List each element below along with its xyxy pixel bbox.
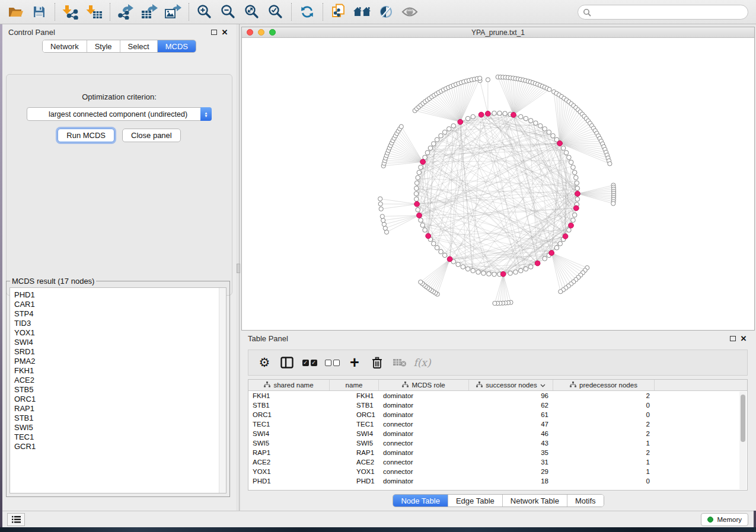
table-cell: dominator — [379, 391, 469, 400]
import-network-button[interactable] — [59, 2, 82, 22]
table-scrollbar-thumb[interactable] — [741, 395, 745, 442]
column-header-name[interactable]: name — [330, 380, 379, 390]
table-cell: 31 — [469, 457, 553, 467]
select-all-button[interactable]: ✓✓ — [298, 352, 321, 373]
mcds-result-item[interactable]: CAR1 — [14, 300, 226, 309]
zoom-out-button[interactable] — [216, 2, 240, 22]
mcds-result-item[interactable]: SWI4 — [14, 338, 226, 347]
tab-network-table[interactable]: Network Table — [502, 495, 567, 507]
save-session-button[interactable] — [27, 2, 51, 22]
deselect-all-button[interactable] — [321, 352, 343, 373]
open-folder-icon — [8, 5, 24, 18]
table-cell: 2 — [553, 448, 655, 457]
close-mcds-button[interactable]: Close panel — [122, 129, 181, 142]
mcds-result-item[interactable]: TID3 — [14, 319, 226, 328]
zoom-selected-button[interactable] — [264, 2, 288, 22]
deselect-all-icon — [325, 360, 340, 366]
mcds-result-item[interactable]: STB1 — [14, 414, 226, 423]
mcds-result-item[interactable]: FKH1 — [14, 366, 226, 376]
network-overview-button[interactable] — [350, 2, 374, 22]
table-row[interactable]: FKH1FKH1dominator962 — [248, 391, 747, 400]
network-canvas[interactable] — [242, 38, 754, 330]
add-row-button[interactable]: + — [343, 352, 366, 373]
float-icon — [211, 30, 217, 35]
export-network-button[interactable] — [114, 2, 138, 22]
tab-style[interactable]: Style — [87, 40, 120, 52]
mcds-result-item[interactable]: ORC1 — [14, 395, 226, 404]
task-history-button[interactable] — [7, 513, 25, 526]
table-row[interactable]: SWI4SWI4dominator462 — [248, 429, 747, 438]
table-close-button[interactable]: ✕ — [738, 333, 749, 344]
mcds-result-item[interactable]: PMA2 — [14, 357, 226, 366]
zoom-in-button[interactable] — [193, 2, 216, 22]
open-file-button[interactable] — [4, 2, 27, 22]
table-cell: SWI4 — [330, 429, 379, 438]
table-row[interactable]: TEC1TEC1connector472 — [248, 419, 747, 429]
column-header-predecessor-nodes[interactable]: predecessor nodes — [553, 380, 655, 390]
table-float-button[interactable] — [728, 333, 738, 344]
table-row[interactable]: SWI5SWI5connector431 — [248, 438, 747, 448]
mcds-panel: Optimization criterion: largest connecte… — [6, 74, 232, 296]
column-header-successor-nodes[interactable]: successor nodes — [469, 380, 553, 390]
mcds-result-item[interactable]: ACE2 — [14, 376, 226, 385]
table-scrollbar[interactable] — [739, 392, 747, 489]
column-header-MCDS-role[interactable]: MCDS role — [379, 380, 469, 390]
tab-edge-table[interactable]: Edge Table — [448, 495, 502, 507]
tab-network[interactable]: Network — [43, 40, 87, 52]
table-cell: FKH1 — [248, 391, 330, 400]
columns-icon — [280, 357, 294, 368]
show-columns-button[interactable] — [276, 352, 298, 373]
plus-icon: + — [350, 357, 359, 368]
panel-splitter[interactable] — [236, 24, 241, 511]
mcds-result-item[interactable]: RAP1 — [14, 404, 226, 414]
export-table-button[interactable] — [138, 2, 161, 22]
delete-row-button[interactable] — [366, 352, 388, 373]
tab-motifs[interactable]: Motifs — [567, 495, 604, 507]
zoom-fit-icon — [244, 4, 260, 20]
mcds-list-scrollbar[interactable] — [219, 288, 226, 493]
table-settings-button[interactable]: ⚙ — [253, 352, 276, 373]
mcds-result-item[interactable]: GCR1 — [14, 442, 226, 451]
import-network-icon — [62, 5, 79, 20]
refresh-button[interactable] — [295, 2, 319, 22]
show-hide-button[interactable] — [398, 2, 422, 22]
splitter-grip[interactable] — [237, 264, 240, 273]
clone-network-button[interactable] — [327, 2, 350, 22]
tab-mcds[interactable]: MCDS — [157, 40, 196, 52]
table-row[interactable]: ACE2ACE2connector311 — [248, 457, 747, 467]
table-row[interactable]: YOX1YOX1connector291 — [248, 467, 747, 476]
run-mcds-button[interactable]: Run MCDS — [58, 129, 114, 142]
memory-button[interactable]: Memory — [701, 513, 748, 526]
mcds-result-title: MCDS result (17 nodes) — [10, 277, 96, 286]
mcds-result-item[interactable]: STB5 — [14, 385, 226, 395]
search-input[interactable] — [591, 7, 748, 18]
table-cell: 35 — [469, 448, 553, 457]
mcds-result-item[interactable]: TEC1 — [14, 432, 226, 442]
optimization-select[interactable]: largest connected component (undirected)… — [27, 107, 212, 121]
mcds-result-item[interactable]: SRD1 — [14, 347, 226, 357]
memory-status-icon — [707, 517, 713, 523]
tab-select[interactable]: Select — [120, 40, 157, 52]
mcds-result-item[interactable]: SWI5 — [14, 423, 226, 432]
import-table-button[interactable] — [82, 2, 106, 22]
tab-node-table[interactable]: Node Table — [393, 495, 448, 507]
column-header-shared-name[interactable]: shared name — [248, 380, 330, 390]
table-cell: 0 — [553, 410, 655, 419]
float-panel-button[interactable] — [209, 27, 219, 37]
table-row[interactable]: PHD1PHD1dominator180 — [248, 476, 747, 486]
table-cell: 62 — [469, 400, 553, 410]
table-row[interactable]: ORC1ORC1dominator610 — [248, 410, 747, 419]
mcds-result-item[interactable]: STP4 — [14, 309, 226, 319]
mcds-result-item[interactable]: PHD1 — [14, 290, 226, 300]
table-cell: RAP1 — [330, 448, 379, 457]
export-image-button[interactable] — [161, 2, 185, 22]
graphics-details-button[interactable] — [374, 2, 398, 22]
mcds-result-item[interactable]: YOX1 — [14, 328, 226, 338]
search-box — [578, 5, 748, 20]
export-image-icon — [164, 4, 182, 20]
close-panel-button[interactable]: ✕ — [219, 27, 230, 37]
zoom-fit-button[interactable] — [240, 2, 264, 22]
table-row[interactable]: STB1STB1dominator620 — [248, 400, 747, 410]
table-row[interactable]: RAP1RAP1dominator352 — [248, 448, 747, 457]
table-cell: ORC1 — [248, 410, 330, 419]
